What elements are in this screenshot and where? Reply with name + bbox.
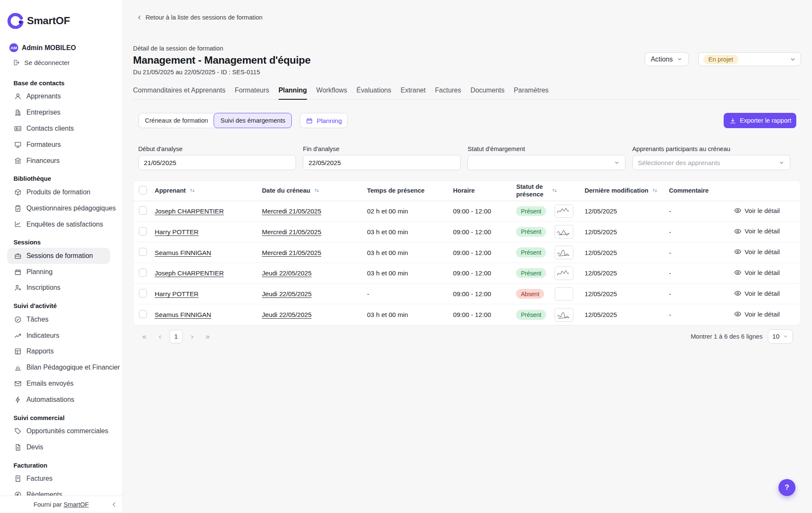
voir-le-detail-button[interactable]: Voir le détail	[734, 269, 780, 276]
sidebar-item-rapports[interactable]: Rapports	[7, 344, 110, 360]
signature-image[interactable]	[555, 266, 573, 280]
grid-icon	[14, 348, 22, 355]
sidebar-item-formateurs[interactable]: Formateurs	[7, 137, 110, 153]
page-header: Détail de la session de formation Manage…	[133, 45, 801, 76]
voir-le-detail-label: Voir le détail	[744, 269, 780, 276]
bar-chart-icon	[14, 364, 22, 371]
smartof-footer-link[interactable]: SmartOF	[64, 501, 89, 508]
first-page-button[interactable]: «	[138, 330, 151, 343]
sidebar-item-financeurs[interactable]: Financeurs	[7, 153, 110, 169]
select-all-checkbox[interactable]	[139, 186, 147, 194]
creneau-date-link[interactable]: Jeudi 22/05/2025	[262, 311, 312, 318]
session-status-select[interactable]: En projet	[698, 52, 801, 66]
sidebar-item-automatisations[interactable]: Automatisations	[7, 392, 110, 408]
signature-image[interactable]	[555, 308, 573, 322]
apprenant-link[interactable]: Harry POTTER	[155, 228, 198, 235]
avatar: AM	[9, 43, 18, 52]
actions-button[interactable]: Actions	[645, 52, 689, 66]
row-checkbox[interactable]	[139, 269, 147, 277]
row-checkbox[interactable]	[139, 206, 147, 215]
sidebar-item-label: Indicateurs	[26, 332, 59, 339]
header-actions: Actions En projet	[645, 52, 801, 66]
signature-image[interactable]	[555, 225, 573, 238]
sidebar-item-questionnaires-pedagogiques[interactable]: Questionnaires pédagogiques	[7, 200, 110, 216]
creneau-date-link[interactable]: Jeudi 22/05/2025	[262, 290, 312, 297]
emargement-row: Harry POTTERJeudi 22/05/2025-09:00 - 12:…	[133, 284, 801, 305]
apprenant-link[interactable]: Harry POTTER	[155, 290, 198, 297]
statut-emargement-select[interactable]	[468, 155, 626, 170]
signature-image[interactable]	[555, 287, 573, 301]
creneau-date-link[interactable]: Mercredi 21/05/2025	[262, 207, 321, 215]
tab-evaluations[interactable]: Évaluations	[356, 87, 391, 99]
column-header-derniere-modification: Dernière modification	[584, 187, 648, 194]
sidebar-item-indicateurs[interactable]: Indicateurs	[7, 328, 110, 344]
page-1-button[interactable]: 1	[169, 330, 183, 343]
filter-label: Statut d'émargement	[468, 146, 626, 152]
logout-button[interactable]: Se déconnecter	[0, 59, 122, 67]
sidebar-item-taches[interactable]: Tâches	[7, 311, 110, 328]
row-checkbox[interactable]	[139, 289, 147, 297]
sidebar-item-enquetes-de-satisfactions[interactable]: Enquêtes de satisfactions	[7, 216, 110, 233]
debut-analyse-input[interactable]: 21/05/2025	[138, 155, 296, 170]
apprenant-link[interactable]: Seamus FINNIGAN	[155, 311, 211, 318]
signature-image[interactable]	[555, 205, 573, 218]
tab-documents[interactable]: Documents	[471, 87, 505, 99]
tab-parametres[interactable]: Paramètres	[514, 87, 549, 99]
sidebar-item-contacts-clients[interactable]: Contacts clients	[7, 121, 110, 137]
collapse-sidebar-button[interactable]	[110, 501, 118, 508]
export-report-button[interactable]: Exporter le rapport	[724, 113, 796, 128]
box-icon	[14, 188, 22, 196]
sidebar-item-bilan-pedagogique-et-financier[interactable]: Bilan Pédagogique et Financier	[7, 359, 110, 376]
sidebar-item-apprenants[interactable]: Apprenants	[7, 88, 110, 104]
next-page-button[interactable]: ›	[186, 330, 198, 343]
sidebar-item-planning[interactable]: Planning	[7, 264, 110, 280]
prev-page-button[interactable]: ‹	[154, 330, 166, 343]
sidebar-item-emails-envoyes[interactable]: Emails envoyés	[7, 376, 110, 392]
apprenant-link[interactable]: Joseph CHARPENTIER	[155, 207, 224, 215]
tab-formateurs[interactable]: Formateurs	[235, 87, 269, 99]
bank-icon	[14, 157, 22, 164]
creneau-date-link[interactable]: Mercredi 21/05/2025	[262, 249, 321, 256]
row-checkbox[interactable]	[139, 310, 147, 319]
row-checkbox[interactable]	[139, 227, 147, 235]
sidebar-item-entreprises[interactable]: Entreprises	[7, 104, 110, 121]
sidebar-item-label: Opportunités commerciales	[26, 427, 108, 435]
tab-factures[interactable]: Factures	[435, 87, 461, 99]
creneau-date-link[interactable]: Mercredi 21/05/2025	[262, 228, 321, 235]
apprenant-link[interactable]: Joseph CHARPENTIER	[155, 269, 224, 277]
briefcase-icon	[14, 252, 22, 260]
segment-creneaux-de-formation[interactable]: Créneaux de formation	[138, 113, 214, 128]
user-menu[interactable]: AM Admin MOBILEO	[0, 43, 122, 52]
row-checkbox[interactable]	[139, 248, 147, 256]
tab-extranet[interactable]: Extranet	[400, 87, 426, 99]
building-icon	[14, 109, 22, 116]
temps-presence-cell: -	[367, 290, 453, 297]
voir-le-detail-button[interactable]: Voir le détail	[734, 248, 780, 255]
download-icon	[729, 117, 736, 124]
voir-le-detail-button[interactable]: Voir le détail	[734, 227, 780, 235]
tab-planning[interactable]: Planning	[279, 87, 307, 100]
back-link[interactable]: Retour à la liste des sessions de format…	[123, 0, 262, 21]
voir-le-detail-button[interactable]: Voir le détail	[734, 207, 780, 214]
planning-view-button[interactable]: Planning	[300, 113, 348, 128]
last-page-button[interactable]: »	[201, 330, 214, 343]
page-size-select[interactable]: 10	[768, 329, 793, 344]
logo[interactable]: SmartOF	[0, 0, 122, 29]
apprenants-select[interactable]: Sélectionner des apprenants	[632, 155, 790, 170]
voir-le-detail-button[interactable]: Voir le détail	[734, 310, 780, 318]
sidebar-item-devis[interactable]: Devis	[7, 439, 110, 455]
sidebar-item-produits-de-formation[interactable]: Produits de formation	[7, 184, 110, 200]
sidebar-item-reglements[interactable]: Règlements	[7, 487, 110, 496]
sidebar-item-sessions-de-formation[interactable]: Sessions de formation	[7, 248, 110, 264]
sidebar-item-inscriptions[interactable]: Inscriptions	[7, 280, 110, 296]
sidebar-item-factures[interactable]: Factures	[7, 471, 110, 487]
sidebar-item-opportunites-commerciales[interactable]: Opportunités commerciales	[7, 423, 110, 439]
tab-workflows[interactable]: Workflows	[316, 87, 347, 99]
tab-commanditaires-et-apprenants[interactable]: Commanditaires et Apprenants	[133, 87, 226, 99]
fin-analyse-input[interactable]: 22/05/2025	[303, 155, 461, 170]
segment-suivi-des-emargements[interactable]: Suivi des émargements	[214, 113, 292, 128]
signature-image[interactable]	[555, 246, 573, 259]
apprenant-link[interactable]: Seamus FINNIGAN	[155, 249, 211, 256]
voir-le-detail-button[interactable]: Voir le détail	[734, 289, 780, 297]
creneau-date-link[interactable]: Jeudi 22/05/2025	[262, 269, 312, 277]
